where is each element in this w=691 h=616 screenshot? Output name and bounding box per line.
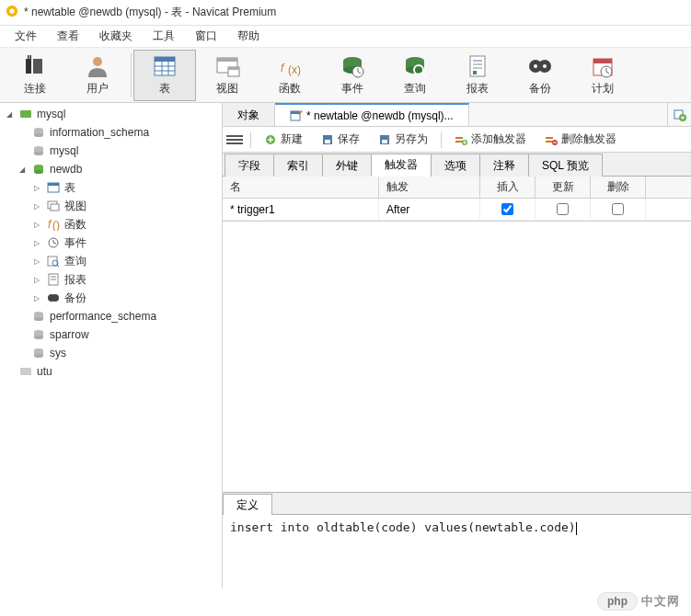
tree-functions[interactable]: ▷ f() 函数: [0, 215, 222, 234]
definition-panel: 定义 insert into oldtable(code) values(new…: [223, 492, 691, 588]
col-header-delete[interactable]: 删除: [591, 177, 646, 198]
menu-view[interactable]: 查看: [48, 27, 88, 46]
col-header-insert[interactable]: 插入: [480, 177, 536, 198]
svg-rect-93: [382, 140, 387, 143]
svg-rect-34: [473, 71, 477, 74]
database-icon: [31, 125, 46, 140]
tab-newtable[interactable]: * newtable @newdb (mysql)...: [275, 103, 469, 126]
svg-point-79: [34, 354, 43, 358]
expand-icon[interactable]: ▷: [31, 256, 42, 267]
tree-db-mysql[interactable]: mysql: [0, 142, 222, 160]
expand-icon[interactable]: ▷: [31, 292, 42, 303]
menu-window[interactable]: 窗口: [186, 27, 226, 46]
col-header-fire[interactable]: 触发: [379, 177, 480, 198]
col-header-update[interactable]: 更新: [536, 177, 591, 198]
save-button[interactable]: 保存: [316, 130, 365, 149]
toolbar-schedule[interactable]: 计划: [571, 50, 634, 101]
subtab-sqlpreview[interactable]: SQL 预览: [528, 154, 603, 177]
toolbar-user[interactable]: 用户: [66, 50, 129, 101]
main-toolbar: 连接 用户 表 视图 f(x) 函数 事件 查询 报表 备份 计划: [0, 48, 691, 103]
schedule-icon: [590, 53, 616, 79]
col-header-name[interactable]: 名: [223, 177, 379, 198]
subtab-indexes[interactable]: 索引: [273, 154, 323, 177]
menu-favorites[interactable]: 收藏夹: [90, 27, 142, 46]
server-icon: [18, 107, 33, 121]
tree-tables[interactable]: ▷ 表: [0, 178, 222, 197]
subtab-options[interactable]: 选项: [431, 154, 480, 177]
collapse-icon[interactable]: ◢: [17, 164, 28, 175]
hamburger-icon[interactable]: [226, 133, 243, 146]
tree-queries[interactable]: ▷ 查询: [0, 252, 222, 270]
events-icon: [46, 235, 61, 250]
delete-trigger-button[interactable]: 删除触发器: [539, 130, 622, 149]
expand-icon[interactable]: ▷: [31, 274, 42, 285]
svg-rect-30: [470, 56, 485, 76]
svg-point-6: [93, 57, 102, 66]
watermark: php 中文网: [597, 592, 680, 610]
sidebar: ◢ mysql information_schema mysql ◢ newdb…: [0, 103, 223, 588]
cell-name[interactable]: * trigger1: [223, 199, 379, 220]
subtab-foreignkeys[interactable]: 外键: [322, 154, 372, 177]
tree-views[interactable]: ▷ 视图: [0, 197, 222, 215]
toolbar-function[interactable]: f(x) 函数: [259, 50, 321, 101]
svg-rect-5: [30, 55, 32, 60]
expand-icon[interactable]: ▷: [31, 237, 42, 248]
tree-backups[interactable]: ▷ 备份: [0, 289, 222, 307]
expand-icon[interactable]: ▷: [31, 200, 42, 211]
functions-icon: f(): [46, 217, 61, 232]
menu-file[interactable]: 文件: [6, 27, 46, 46]
cell-fire[interactable]: After: [379, 199, 480, 220]
sql-editor[interactable]: insert into oldtable(code) values(newtab…: [223, 515, 691, 588]
toolbar-report[interactable]: 报表: [446, 50, 509, 101]
delete-checkbox[interactable]: [612, 203, 624, 215]
toolbar-connection[interactable]: 连接: [4, 50, 66, 101]
tab-objects[interactable]: 对象: [223, 103, 275, 126]
toolbar-table[interactable]: 表: [133, 50, 196, 101]
svg-rect-80: [20, 368, 31, 375]
collapse-icon[interactable]: ◢: [4, 108, 15, 120]
trigger-row[interactable]: * trigger1 After: [223, 199, 691, 221]
subtab-comment[interactable]: 注释: [479, 154, 529, 177]
svg-point-73: [34, 317, 43, 321]
saveas-button[interactable]: 另存为: [373, 130, 433, 149]
empty-area: [223, 222, 691, 492]
expand-icon[interactable]: ▷: [31, 219, 42, 230]
tree-db-newdb[interactable]: ◢ newdb: [0, 160, 222, 178]
cell-insert[interactable]: [480, 199, 536, 220]
svg-point-53: [34, 170, 43, 174]
svg-text:(x): (x): [288, 63, 301, 76]
subtab-triggers[interactable]: 触发器: [371, 154, 432, 177]
definition-tab[interactable]: 定义: [223, 494, 272, 515]
update-checkbox[interactable]: [557, 203, 569, 215]
add-trigger-icon: [455, 133, 467, 146]
action-bar: 新建 保存 另存为 添加触发器 删除触发器: [223, 127, 691, 153]
text-cursor: [576, 522, 577, 535]
tree-reports[interactable]: ▷ 报表: [0, 270, 222, 289]
subtab-fields[interactable]: 字段: [225, 154, 274, 177]
tree-connection-mysql[interactable]: ◢ mysql: [0, 105, 222, 123]
tables-icon: [46, 180, 61, 195]
tree-db-sparrow[interactable]: sparrow: [0, 325, 222, 344]
add-trigger-button[interactable]: 添加触发器: [449, 130, 532, 149]
tree-db-performance-schema[interactable]: performance_schema: [0, 307, 222, 325]
new-button[interactable]: 新建: [259, 130, 308, 149]
svg-rect-14: [217, 58, 237, 62]
title-bar: * newtable @newdb (mysql) - 表 - Navicat …: [0, 0, 691, 26]
tree-db-sys[interactable]: sys: [0, 344, 222, 362]
menu-help[interactable]: 帮助: [228, 27, 269, 46]
tree-connection-utu[interactable]: utu: [0, 362, 222, 381]
insert-checkbox[interactable]: [501, 203, 513, 215]
toolbar-backup[interactable]: 备份: [509, 50, 571, 101]
expand-icon[interactable]: ▷: [31, 182, 42, 193]
delete-trigger-icon: [545, 133, 558, 146]
tab-add-button[interactable]: [667, 103, 691, 126]
toolbar-event[interactable]: 事件: [321, 50, 384, 101]
tree-events[interactable]: ▷ 事件: [0, 234, 222, 252]
svg-point-70: [52, 294, 59, 302]
cell-update[interactable]: [536, 199, 591, 220]
cell-delete[interactable]: [591, 199, 646, 220]
toolbar-query[interactable]: 查询: [384, 50, 446, 101]
menu-tools[interactable]: 工具: [144, 27, 184, 46]
toolbar-view[interactable]: 视图: [196, 50, 259, 101]
tree-db-information-schema[interactable]: information_schema: [0, 123, 222, 142]
